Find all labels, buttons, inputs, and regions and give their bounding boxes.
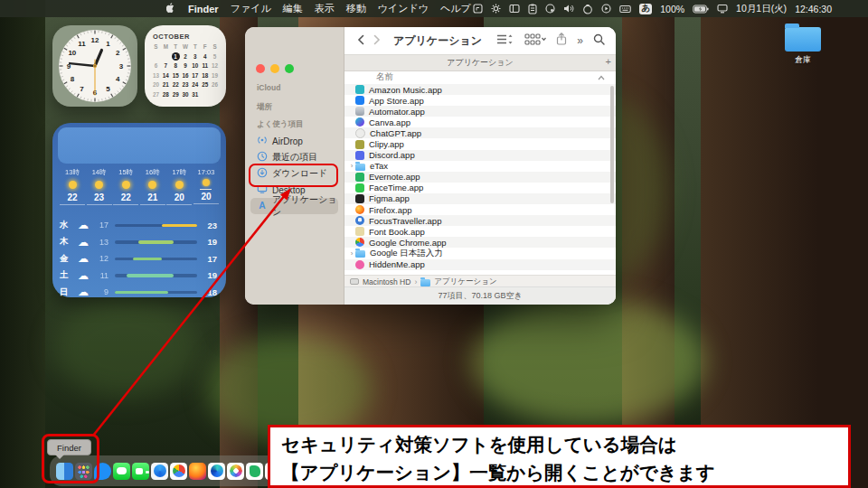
file-row[interactable]: Canva.app: [344, 117, 616, 127]
battery-icon[interactable]: [693, 5, 709, 14]
file-row[interactable]: Figma.app: [344, 193, 616, 204]
file-row[interactable]: HiddenMe.app: [344, 259, 616, 270]
calendar-day: 31: [190, 90, 200, 99]
keyboard-icon[interactable]: [619, 5, 631, 14]
menu-表示[interactable]: 表示: [315, 2, 335, 15]
display-icon[interactable]: [717, 4, 728, 14]
file-row[interactable]: FocusTraveller.app: [344, 215, 616, 226]
shortcut-key-icon[interactable]: [473, 4, 483, 14]
sidebar-item-airdrop[interactable]: AirDrop: [250, 133, 338, 149]
file-name: HiddenMe.app: [369, 259, 425, 269]
sidebar-item-applications[interactable]: Aアプリケーション: [250, 198, 338, 214]
chatgpt-app-icon: [355, 128, 365, 138]
path-bar[interactable]: Macintosh HD›アプリケーション: [344, 275, 616, 287]
sun-icon: [95, 181, 103, 189]
file-name: Google 日本語入力: [370, 248, 443, 259]
close-window-button[interactable]: [256, 64, 265, 73]
clipboard-icon[interactable]: [528, 4, 537, 14]
file-row[interactable]: Font Book.app: [344, 226, 616, 237]
caption-line-1: セキュリティ対策ソフトを使用している場合は: [281, 430, 837, 458]
path-segment[interactable]: アプリケーション: [434, 277, 496, 287]
svg-text:4: 4: [116, 75, 120, 83]
weather-widget[interactable]: 13時2214時2315時2216時2117時2017:0320 水☁1723木…: [52, 123, 226, 297]
menu-ウインドウ[interactable]: ウインドウ: [378, 2, 429, 15]
file-row[interactable]: Amazon Music.app: [344, 84, 616, 95]
menubar-date[interactable]: 10月1日(火): [736, 3, 787, 15]
group-by-icon[interactable]: [524, 33, 546, 49]
folder-icon: [355, 250, 365, 258]
file-row[interactable]: Google Chrome.app: [344, 237, 616, 248]
volume-icon[interactable]: [563, 4, 574, 14]
hourly-forecast-item: 15時22: [113, 168, 138, 205]
menu-移動[interactable]: 移動: [346, 2, 366, 15]
svg-text:11: 11: [78, 40, 86, 48]
dock-firefox-icon[interactable]: [189, 463, 206, 480]
hourly-forecast-item: 13時22: [60, 168, 85, 205]
finder-toolbar: アプリケーション »: [344, 27, 616, 54]
play-circle-icon[interactable]: [601, 4, 611, 14]
calendar-day: 1: [171, 52, 181, 61]
gear-icon[interactable]: [491, 4, 501, 14]
dock-edge-icon[interactable]: [208, 463, 225, 480]
file-row[interactable]: App Store.app: [344, 95, 616, 106]
file-row[interactable]: FaceTime.app: [344, 183, 616, 193]
file-row[interactable]: Discord.app: [344, 150, 616, 161]
list-view-sort-icon[interactable]: [496, 33, 514, 49]
search-icon[interactable]: [593, 33, 605, 49]
dock-chrome-icon[interactable]: [170, 463, 187, 480]
new-tab-button[interactable]: +: [606, 56, 611, 67]
disclosure-icon[interactable]: ›: [348, 249, 355, 258]
sort-ascending-icon[interactable]: [598, 72, 605, 82]
menu-ヘルプ[interactable]: ヘルプ: [440, 2, 471, 15]
dock-messages-icon[interactable]: [113, 463, 130, 480]
forward-button[interactable]: [373, 33, 381, 48]
daily-forecast-row: 土☁1119: [60, 267, 217, 285]
disclosure-icon[interactable]: ›: [348, 162, 355, 170]
file-row[interactable]: Clipy.app: [344, 138, 616, 149]
evernote-app-icon: [355, 173, 364, 182]
dock-evernote-icon[interactable]: [246, 463, 263, 480]
file-row[interactable]: Evernote.app: [344, 172, 616, 183]
input-source-badge[interactable]: あ: [639, 4, 652, 14]
weather-hourly-forecast: 13時2214時2315時2216時2117時2017:0320: [60, 168, 219, 205]
zoom-window-button[interactable]: [285, 64, 294, 73]
sidebar-section-よく使う項目: よく使う項目: [245, 119, 344, 130]
app-store-app-icon: [355, 96, 364, 105]
column-name-label[interactable]: 名前: [376, 71, 393, 83]
svg-text:2: 2: [116, 49, 120, 57]
file-row[interactable]: Automator.app: [344, 106, 616, 117]
share-icon[interactable]: [556, 33, 567, 49]
minimize-window-button[interactable]: [270, 64, 279, 73]
path-segment[interactable]: Macintosh HD: [363, 277, 410, 286]
dock-safari-icon[interactable]: [151, 463, 168, 480]
menu-編集[interactable]: 編集: [283, 2, 303, 15]
automator-app-icon: [355, 107, 364, 116]
menu-app-name[interactable]: Finder: [188, 4, 219, 14]
calendar-day: 21: [161, 80, 171, 89]
desktop-folder[interactable]: 倉庫: [781, 27, 825, 66]
folder-icon: [785, 27, 821, 52]
calendar-widget[interactable]: OCTOBER SMTWTFS1234567891011121314151617…: [145, 25, 226, 107]
clock-widget[interactable]: 121234567891011: [52, 25, 137, 107]
menu-ファイル[interactable]: ファイル: [231, 2, 271, 15]
menubar-time[interactable]: 12:46:30: [795, 4, 832, 14]
file-row[interactable]: Firefox.app: [344, 204, 616, 215]
tomato-timer-icon[interactable]: [582, 4, 593, 14]
sidebar-list-icon[interactable]: [509, 4, 520, 14]
file-row[interactable]: ChatGPT.app: [344, 127, 616, 138]
tab-applications[interactable]: アプリケーション: [447, 57, 513, 69]
back-button[interactable]: [357, 33, 364, 48]
dock-photos-icon[interactable]: [227, 463, 244, 480]
svg-text:8: 8: [71, 75, 75, 83]
calendar-day: [200, 90, 210, 99]
more-toolbar-icon[interactable]: »: [577, 34, 583, 47]
file-row[interactable]: ›eTax: [344, 161, 616, 172]
scrollbar[interactable]: [610, 86, 614, 203]
svg-text:1: 1: [106, 40, 110, 48]
globe-icon[interactable]: [545, 4, 555, 14]
dock-facetime-icon[interactable]: [132, 463, 149, 480]
apple-logo-icon[interactable]: [166, 3, 176, 14]
column-header[interactable]: 名前: [344, 70, 616, 85]
rain-icon: ☁: [75, 270, 91, 281]
file-row[interactable]: ›Google 日本語入力: [344, 248, 616, 258]
